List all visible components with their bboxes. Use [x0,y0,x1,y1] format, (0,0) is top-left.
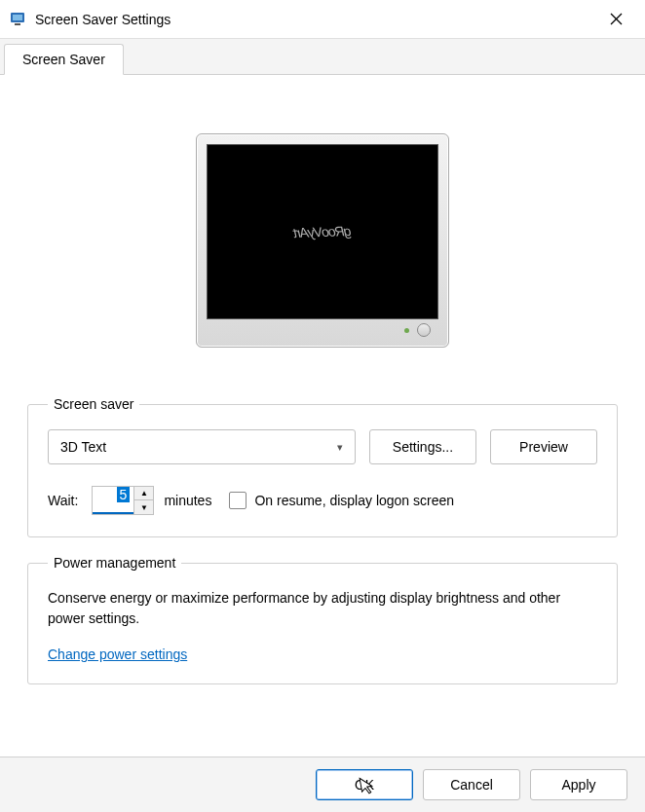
power-description: Conserve energy or maximize performance … [48,588,597,629]
ok-button[interactable]: OK [316,769,413,800]
apply-button[interactable]: Apply [530,769,627,800]
close-icon [610,13,623,25]
app-icon [10,11,27,28]
close-button[interactable] [596,0,635,39]
spinner-up[interactable]: ▲ [134,487,153,500]
dropdown-value: 3D Text [60,439,106,455]
svg-rect-1 [13,15,22,20]
power-group: Power management Conserve energy or maxi… [27,555,618,684]
cancel-button[interactable]: Cancel [423,769,520,800]
screensaver-dropdown[interactable]: 3D Text ▾ [48,429,356,464]
preview-button[interactable]: Preview [490,429,597,464]
preview-monitor-area: gRooVyArt [27,94,618,396]
preview-screen: gRooVyArt [207,144,438,319]
wait-spinner[interactable]: 5 ▲ ▼ [92,486,154,515]
chevron-down-icon: ▾ [337,441,343,454]
change-power-settings-link[interactable]: Change power settings [48,646,187,662]
dialog-footer: OK Cancel Apply [0,757,645,812]
spinner-down[interactable]: ▼ [134,500,153,514]
tab-bar: Screen Saver [0,39,645,75]
window-title: Screen Saver Settings [35,12,596,27]
power-group-label: Power management [48,555,181,571]
resume-checkbox[interactable] [229,492,247,509]
monitor-power-icon [417,323,431,337]
monitor-base [207,319,438,341]
resume-checkbox-label: On resume, display logon screen [254,493,454,508]
preview-text: gRooVyArt [294,223,352,240]
screensaver-group-label: Screen saver [48,396,139,412]
preview-monitor: gRooVyArt [196,133,449,348]
wait-input[interactable]: 5 [93,487,133,514]
tab-screen-saver[interactable]: Screen Saver [4,44,124,75]
svg-rect-2 [15,23,20,25]
titlebar: Screen Saver Settings [0,0,645,39]
wait-label: Wait: [48,493,78,508]
wait-unit: minutes [164,493,211,508]
power-led-icon [404,328,409,333]
settings-button[interactable]: Settings... [369,429,476,464]
screensaver-group: Screen saver 3D Text ▾ Settings... Previ… [27,396,618,537]
